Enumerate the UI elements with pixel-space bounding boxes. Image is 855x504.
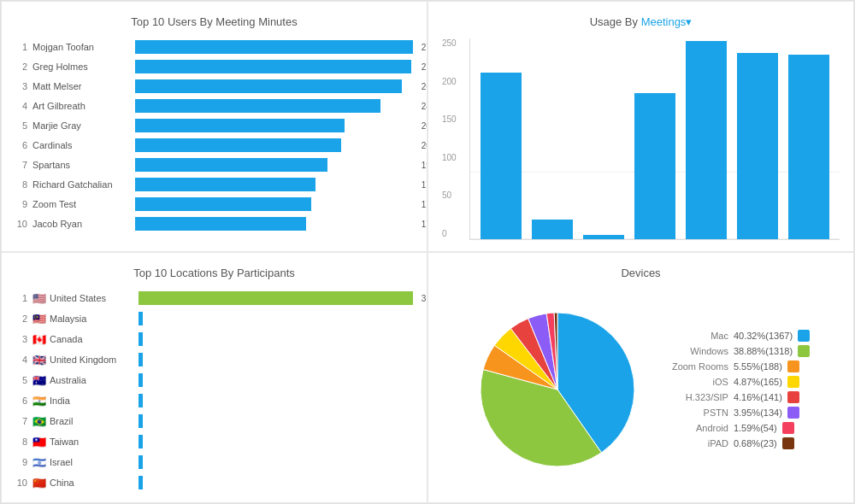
- loc-label: United Kingdom: [50, 355, 135, 365]
- pie-chart: [472, 304, 643, 475]
- loc-label: Malaysia: [50, 314, 135, 324]
- bar-container: 2440: [135, 99, 413, 113]
- legend-percent: 1.59%(54): [734, 423, 777, 433]
- loc-rank: 9: [15, 457, 27, 467]
- legend-dot: [787, 376, 799, 388]
- loc-flag: 🇹🇼: [32, 436, 50, 448]
- loc-flag: 🇬🇧: [32, 354, 50, 366]
- bar-fill: [135, 40, 413, 54]
- usage-bar-wrap: [580, 38, 628, 239]
- loc-bar-fill: [139, 312, 143, 325]
- bar-container: 2647: [135, 79, 413, 93]
- legend-dot: [787, 407, 799, 419]
- usage-bar: [788, 55, 829, 239]
- legend-label: Android: [660, 423, 728, 433]
- loc-flag: 🇨🇦: [32, 333, 50, 346]
- loc-bar-container: 7: [139, 414, 413, 428]
- bar-label: Matt Melser: [32, 81, 135, 91]
- legend-label: Zoom Rooms: [660, 361, 728, 372]
- usage-bar-wrap: [631, 38, 679, 239]
- legend-item: iOS 4.87%(165): [660, 376, 810, 388]
- loc-bar-container: 5: [139, 455, 413, 469]
- bar-rank: 3: [15, 81, 27, 91]
- legend-item: Android 1.59%(54): [660, 422, 810, 434]
- loc-bar-fill: [139, 373, 143, 387]
- usage-title: Usage By Meetings▾: [442, 15, 840, 28]
- usage-bar: [634, 93, 675, 239]
- bar-label: Zoom Test: [32, 199, 135, 209]
- legend-percent: 38.88%(1318): [734, 346, 793, 356]
- bar-fill: [135, 99, 380, 113]
- bar-label: Greg Holmes: [32, 62, 135, 72]
- loc-flag: 🇺🇸: [32, 292, 50, 305]
- bar-container: 2759: [135, 40, 413, 54]
- loc-bar-fill: [139, 455, 143, 469]
- pie-svg: [472, 304, 643, 475]
- bar-label: Jacob Ryan: [32, 219, 135, 229]
- loc-bar-container: 11: [139, 373, 413, 387]
- loc-bar-fill: [139, 353, 143, 366]
- bar-rank: 8: [15, 179, 27, 190]
- loc-rank: 1: [15, 293, 27, 303]
- legend-label: iOS: [660, 377, 728, 387]
- bar-rank: 6: [15, 140, 27, 150]
- loc-bar-container: 3157: [139, 291, 413, 305]
- bar-rank: 2: [15, 62, 27, 72]
- usage-bar-wrap: [785, 38, 833, 239]
- loc-bar-container: 20: [139, 353, 413, 366]
- y-label-150: 150: [442, 114, 457, 124]
- loc-flag: 🇨🇳: [32, 477, 50, 489]
- bar-fill: [135, 138, 341, 152]
- legend-dot: [798, 345, 810, 357]
- dropdown-arrow-icon[interactable]: ▾: [686, 15, 692, 28]
- bar-container: 2741: [135, 60, 413, 73]
- bar-value: 2078: [422, 121, 428, 131]
- loc-label: United States: [50, 293, 135, 303]
- bar-container: 1794: [135, 178, 413, 191]
- legend-item: Windows 38.88%(1318): [660, 345, 810, 357]
- loc-rank: 3: [15, 334, 27, 344]
- usage-bar: [532, 220, 573, 240]
- loc-label: India: [50, 396, 135, 406]
- loc-bar-fill: [139, 435, 143, 448]
- locations-panel: Top 10 Locations By Participants 1 🇺🇸 Un…: [1, 252, 428, 503]
- legend-percent: 4.87%(165): [734, 377, 782, 387]
- bar-label: Art Gilbreath: [32, 101, 135, 111]
- loc-bar-fill: [139, 332, 143, 346]
- bar-row: 3 Matt Melser 2647: [15, 78, 413, 95]
- legend-item: Mac 40.32%(1367): [660, 330, 810, 342]
- loc-flag: 🇮🇱: [32, 456, 50, 469]
- bar-container: 1701: [135, 217, 413, 231]
- legend-item: PSTN 3.95%(134): [660, 407, 810, 419]
- top-users-title: Top 10 Users By Meeting Minutes: [15, 15, 413, 28]
- bar-label: Cardinals: [32, 140, 135, 150]
- bar-row: 7 Spartans 1909: [15, 156, 413, 173]
- devices-panel: Devices Mac 40.32%(1367) Windows 38.88%(…: [428, 252, 854, 503]
- loc-flag: 🇦🇺: [32, 374, 50, 387]
- loc-row: 5 🇦🇺 Australia 11: [15, 372, 413, 389]
- bar-row: 1 Mojgan Toofan 2759: [15, 38, 413, 56]
- bar-row: 8 Richard Gatchalian 1794: [15, 176, 413, 193]
- loc-bar-fill: [139, 394, 143, 407]
- y-label-250: 250: [442, 38, 457, 48]
- bar-row: 10 Jacob Ryan 1701: [15, 215, 413, 232]
- bar-value: 2759: [422, 43, 428, 52]
- loc-bar-fill: [139, 476, 143, 489]
- loc-flag: 🇧🇷: [32, 415, 50, 428]
- loc-rank: 7: [15, 416, 27, 426]
- legend-item: H.323/SIP 4.16%(141): [660, 391, 810, 403]
- loc-rank: 10: [15, 478, 27, 488]
- bar-fill: [135, 178, 315, 191]
- bar-label: Marjie Gray: [32, 120, 135, 131]
- loc-bar-container: 5: [139, 476, 413, 489]
- usage-bar: [583, 235, 624, 239]
- locations-chart: 1 🇺🇸 United States 3157 2 🇲🇾 Malaysia 33…: [15, 290, 413, 491]
- bar-row: 5 Marjie Gray 2078: [15, 117, 413, 134]
- bar-container: 2050: [135, 138, 413, 152]
- loc-label: Taiwan: [50, 437, 135, 447]
- loc-label: China: [50, 478, 135, 488]
- loc-bar-container: 33: [139, 332, 413, 346]
- bar-rank: 5: [15, 120, 27, 131]
- top-users-chart: 1 Mojgan Toofan 2759 2 Greg Holmes 2741 …: [15, 38, 413, 232]
- legend-percent: 0.68%(23): [734, 438, 777, 448]
